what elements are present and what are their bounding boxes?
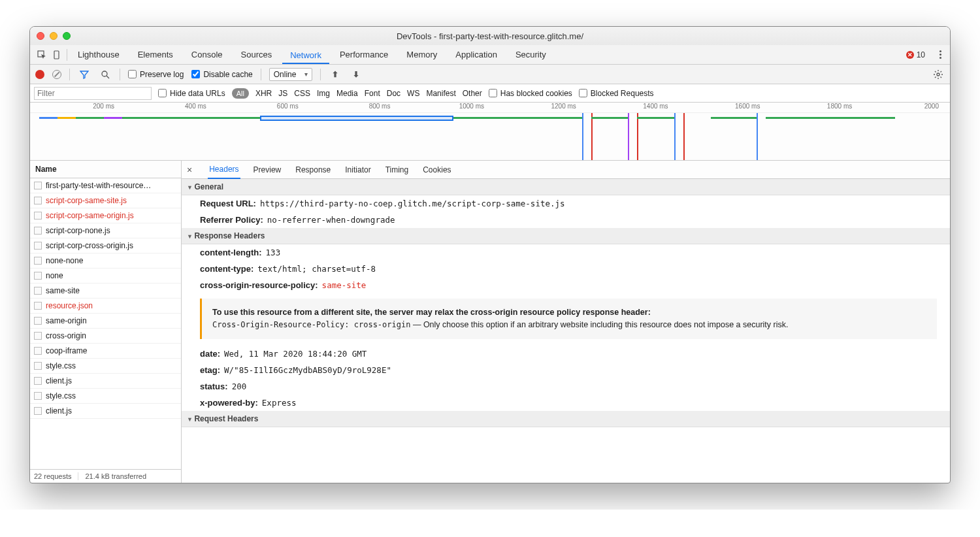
request-row[interactable]: same-site <box>30 284 181 299</box>
filter-icon[interactable] <box>78 68 91 81</box>
tab-security[interactable]: Security <box>508 46 554 63</box>
throttling-select[interactable]: Online <box>269 68 313 81</box>
request-row[interactable]: cross-origin <box>30 329 181 344</box>
file-icon <box>34 212 42 220</box>
filter-type-doc[interactable]: Doc <box>387 89 400 98</box>
filter-type-all[interactable]: All <box>232 88 249 99</box>
filter-type-xhr[interactable]: XHR <box>255 89 272 98</box>
request-row[interactable]: client.js <box>30 374 181 389</box>
dtab-preview[interactable]: Preview <box>252 161 283 178</box>
request-name: script-corp-same-origin.js <box>46 211 134 220</box>
tick-label: 1000 ms <box>459 103 484 110</box>
filter-input[interactable] <box>34 87 152 100</box>
inspect-icon[interactable] <box>35 48 48 61</box>
filter-type-js[interactable]: JS <box>278 89 287 98</box>
request-name: resource.json <box>46 301 93 310</box>
tab-lighthouse[interactable]: Lighthouse <box>70 46 127 63</box>
more-icon[interactable] <box>936 50 945 59</box>
filter-type-media[interactable]: Media <box>336 89 358 98</box>
request-row[interactable]: script-corp-same-site.js <box>30 193 181 208</box>
tab-memory[interactable]: Memory <box>399 46 445 63</box>
error-count-value: 10 <box>917 50 925 59</box>
preserve-log-checkbox[interactable]: Preserve log <box>128 70 184 79</box>
dtab-timing[interactable]: Timing <box>384 161 410 178</box>
file-icon <box>34 197 42 204</box>
filter-type-css[interactable]: CSS <box>294 89 310 98</box>
disable-cache-checkbox[interactable]: Disable cache <box>191 70 252 79</box>
section-response-headers[interactable]: Response Headers <box>182 228 950 244</box>
network-toolbar: Preserve log Disable cache Online ⬆ ⬇ <box>30 65 950 84</box>
separator <box>67 49 67 61</box>
corp-info-box: To use this resource from a different si… <box>200 299 937 339</box>
request-row[interactable]: coop-iframe <box>30 344 181 359</box>
referrer-policy: Referrer Policy:no-referrer-when-downgra… <box>182 212 950 228</box>
tab-console[interactable]: Console <box>184 46 231 63</box>
device-icon[interactable] <box>51 48 64 61</box>
filter-type-font[interactable]: Font <box>365 89 380 98</box>
dtab-headers[interactable]: Headers <box>208 161 240 179</box>
tab-network[interactable]: Network <box>282 46 329 64</box>
request-row[interactable]: style.css <box>30 359 181 374</box>
close-icon[interactable]: × <box>187 165 196 175</box>
hide-data-urls-checkbox[interactable]: Hide data URLs <box>158 89 225 98</box>
separator <box>261 69 261 80</box>
dtab-response[interactable]: Response <box>294 161 332 178</box>
timeline-ruler: 200 ms 400 ms 600 ms 800 ms 1000 ms 1200… <box>30 103 950 113</box>
file-icon <box>34 227 42 235</box>
download-icon[interactable]: ⬇ <box>350 68 363 81</box>
tick-label: 2000 <box>924 103 939 110</box>
requests-list[interactable]: first-party-test-with-resource…script-co… <box>30 178 181 469</box>
request-name: none <box>46 271 63 280</box>
timeline-waterfall[interactable] <box>30 113 950 160</box>
separator <box>320 69 321 80</box>
network-panel-body: Name first-party-test-with-resource…scri… <box>30 161 950 483</box>
request-name: client.js <box>46 376 72 385</box>
request-row[interactable]: style.css <box>30 389 181 404</box>
gear-icon[interactable] <box>932 68 945 81</box>
file-icon <box>34 377 42 385</box>
request-row[interactable]: client.js <box>30 404 181 419</box>
blocked-cookies-checkbox[interactable]: Has blocked cookies <box>489 89 572 98</box>
tab-elements[interactable]: Elements <box>130 46 181 63</box>
filter-type-manifest[interactable]: Manifest <box>426 89 455 98</box>
request-row[interactable]: resource.json <box>30 299 181 314</box>
tab-sources[interactable]: Sources <box>233 46 280 63</box>
blocked-requests-checkbox[interactable]: Blocked Requests <box>579 89 654 98</box>
svg-rect-1 <box>54 51 59 59</box>
error-count[interactable]: ✕ 10 <box>906 50 925 59</box>
file-icon <box>34 407 42 415</box>
status-header: status:200 <box>182 378 950 395</box>
tick-label: 1800 ms <box>827 103 852 110</box>
section-request-headers[interactable]: Request Headers <box>182 411 950 427</box>
main-tabs: Lighthouse Elements Console Sources Netw… <box>30 45 950 65</box>
transferred-size: 21.4 kB transferred <box>85 472 146 480</box>
request-row[interactable]: first-party-test-with-resource… <box>30 178 181 193</box>
request-row[interactable]: script-corp-same-origin.js <box>30 208 181 223</box>
request-row[interactable]: same-origin <box>30 314 181 329</box>
timeline-overview[interactable]: 200 ms 400 ms 600 ms 800 ms 1000 ms 1200… <box>30 103 950 161</box>
detail-tabs: × Headers Preview Response Initiator Tim… <box>182 161 950 179</box>
filter-type-other[interactable]: Other <box>463 89 482 98</box>
upload-icon[interactable]: ⬆ <box>329 68 342 81</box>
file-icon <box>34 257 42 265</box>
date-header: date:Wed, 11 Mar 2020 18:44:20 GMT <box>182 346 950 362</box>
filter-type-ws[interactable]: WS <box>407 89 419 98</box>
request-row[interactable]: script-corp-none.js <box>30 223 181 238</box>
requests-header[interactable]: Name <box>30 161 181 178</box>
detail-body[interactable]: General Request URL:https://third-party-… <box>182 179 950 483</box>
tab-performance[interactable]: Performance <box>332 46 396 63</box>
dtab-cookies[interactable]: Cookies <box>421 161 452 178</box>
request-row[interactable]: none <box>30 268 181 284</box>
dtab-initiator[interactable]: Initiator <box>344 161 372 178</box>
hide-data-urls-label: Hide data URLs <box>170 89 225 98</box>
request-name: cross-origin <box>46 331 86 340</box>
request-row[interactable]: script-corp-cross-origin.js <box>30 238 181 253</box>
search-icon[interactable] <box>99 68 112 81</box>
tick-label: 800 ms <box>369 103 391 110</box>
clear-icon[interactable] <box>52 70 61 79</box>
filter-type-img[interactable]: Img <box>317 89 330 98</box>
section-general[interactable]: General <box>182 179 950 195</box>
tab-application[interactable]: Application <box>448 46 505 63</box>
record-icon[interactable] <box>35 70 44 79</box>
request-row[interactable]: none-none <box>30 253 181 268</box>
